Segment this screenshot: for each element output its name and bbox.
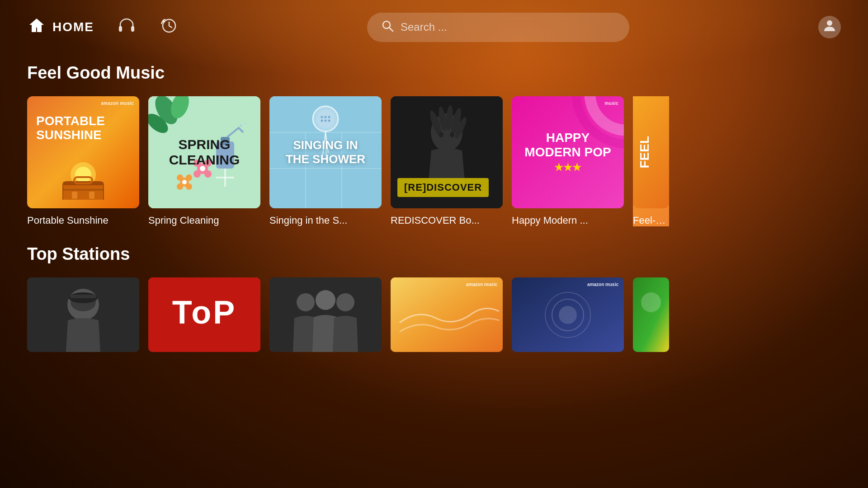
svg-rect-11 (72, 192, 77, 199)
card-singing-shower-label: Singing in the S... (269, 215, 382, 226)
svg-point-73 (316, 290, 335, 310)
card-feel-good-partial[interactable]: FEEL Feel-Go... (633, 96, 669, 226)
card-singing-shower[interactable]: SINGING INTHE SHOWER Singing in the S... (269, 96, 382, 226)
station-card-1[interactable] (27, 277, 139, 352)
header: HOME (0, 0, 868, 54)
svg-point-46 (328, 116, 330, 118)
top-stations-title: Top Stations (27, 244, 841, 264)
svg-rect-1 (131, 26, 134, 32)
feel-good-title: Feel Good Music (27, 63, 841, 83)
feel-good-cards-row: amazon music PORTABLESUNSHINE (27, 96, 841, 226)
amz-badge-5: music (605, 101, 618, 106)
station-card-6-partial[interactable] (633, 277, 669, 352)
svg-point-22 (204, 170, 212, 178)
search-bar[interactable]: Search ... (367, 13, 629, 42)
svg-point-74 (336, 293, 354, 311)
svg-text:ToP: ToP (172, 294, 237, 330)
top-stations-section: Top Stations (0, 244, 868, 352)
svg-point-5 (827, 20, 832, 26)
svg-point-34 (242, 129, 244, 131)
card-happy-modern-pop-label: Happy Modern ... (512, 215, 624, 226)
station-3-image (269, 277, 382, 352)
svg-point-33 (245, 122, 246, 124)
user-icon (822, 18, 837, 37)
home-nav-item[interactable]: HOME (27, 16, 94, 39)
station-card-4[interactable]: amazon music (391, 277, 503, 352)
home-label: HOME (52, 20, 94, 34)
card-singing-shower-image: SINGING INTHE SHOWER (269, 96, 382, 208)
svg-rect-0 (119, 26, 122, 32)
home-icon (27, 16, 46, 39)
svg-point-60 (439, 132, 443, 137)
ps-text: PORTABLESUNSHINE (36, 114, 130, 142)
svg-rect-12 (89, 192, 94, 199)
svg-rect-80 (633, 277, 669, 352)
svg-point-25 (177, 174, 183, 181)
search-icon (381, 19, 394, 36)
svg-point-27 (177, 183, 183, 190)
svg-point-26 (186, 174, 192, 181)
station-5-amz-badge: amazon music (587, 282, 618, 287)
user-profile-button[interactable] (818, 16, 841, 38)
station-top-image: ToP (148, 277, 260, 352)
svg-point-47 (321, 120, 323, 122)
svg-point-32 (240, 124, 242, 127)
station-4-amz-badge: amazon music (466, 282, 497, 287)
svg-point-79 (559, 306, 577, 324)
card-portable-sunshine-image: amazon music PORTABLESUNSHINE (27, 96, 139, 208)
headphones-icon (117, 21, 137, 38)
card-spring-cleaning[interactable]: amazon music (148, 96, 260, 226)
nav-left: HOME (27, 15, 178, 39)
station-5-image: amazon music (512, 277, 624, 352)
svg-point-61 (450, 132, 454, 137)
card-portable-sunshine-label: Portable Sunshine (27, 215, 139, 226)
svg-point-44 (321, 116, 323, 118)
station-cards-row: ToP (27, 277, 841, 352)
sc-text: SPRINGCLEANING (169, 137, 240, 168)
nav-right (818, 16, 841, 38)
shower-text: SINGING INTHE SHOWER (286, 138, 365, 166)
station-card-3[interactable] (269, 277, 382, 352)
card-feel-good-label: Feel-Go... (633, 215, 669, 226)
svg-point-28 (186, 183, 192, 190)
history-icon (159, 21, 178, 38)
svg-point-29 (182, 180, 187, 184)
card-portable-sunshine[interactable]: amazon music PORTABLESUNSHINE (27, 96, 139, 226)
recent-nav-item[interactable] (159, 16, 178, 38)
station-card-top[interactable]: ToP (148, 277, 260, 352)
svg-rect-75 (391, 277, 503, 352)
svg-point-43 (316, 110, 335, 128)
svg-point-48 (325, 120, 327, 122)
station-4-image: amazon music (391, 277, 503, 352)
svg-rect-13 (63, 189, 104, 191)
card-spring-cleaning-label: Spring Cleaning (148, 215, 260, 226)
station-card-5[interactable]: amazon music (512, 277, 624, 352)
svg-point-72 (297, 293, 315, 311)
station-6-image (633, 277, 669, 352)
search-placeholder: Search ... (401, 21, 447, 33)
card-feel-good-image: FEEL (633, 96, 669, 208)
station-1-image (27, 277, 139, 352)
amz-badge-1: amazon music (101, 101, 134, 106)
rediscover-badge: [RE]DISCOVER (397, 178, 489, 197)
svg-point-49 (328, 120, 330, 122)
card-rediscover-label: REDISCOVER Bo... (391, 215, 503, 226)
svg-point-21 (193, 170, 201, 178)
card-happy-modern-pop[interactable]: music HAPPYMODERN POP ★★★ Happy Modern .… (512, 96, 624, 226)
feel-good-text: FEEL (637, 136, 652, 169)
svg-rect-68 (70, 295, 96, 298)
feel-good-section: Feel Good Music amazon music PORTABLESUN… (0, 63, 868, 226)
svg-point-45 (325, 116, 327, 118)
card-happy-pop-image: music HAPPYMODERN POP ★★★ (512, 96, 624, 208)
card-spring-cleaning-image: amazon music (148, 96, 260, 208)
card-rediscover-image: amazon music (391, 96, 503, 208)
card-rediscover[interactable]: amazon music (391, 96, 503, 226)
headphones-nav-item[interactable] (117, 15, 137, 39)
svg-point-7 (75, 167, 91, 183)
svg-point-81 (641, 292, 661, 312)
happy-pop-text: HAPPYMODERN POP ★★★ (515, 122, 620, 183)
svg-line-4 (389, 28, 393, 31)
